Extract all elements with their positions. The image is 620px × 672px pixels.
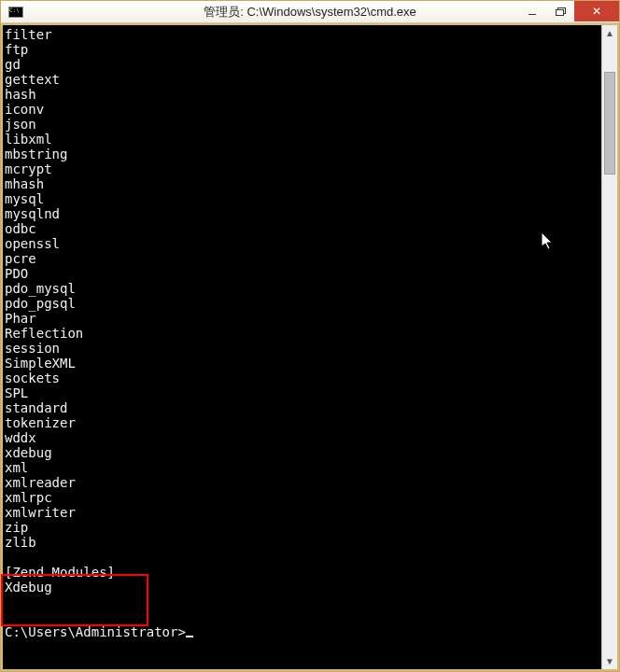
minimize-button[interactable] (518, 1, 546, 21)
text-cursor (186, 636, 193, 637)
app-icon (8, 7, 23, 18)
scroll-thumb[interactable] (604, 72, 615, 175)
scroll-down-arrow[interactable]: ▼ (602, 653, 617, 669)
close-button[interactable] (574, 1, 619, 21)
window-controls (518, 1, 619, 21)
svg-rect-1 (556, 9, 563, 15)
prompt[interactable]: C:\Users\Administrator> (5, 624, 186, 639)
scroll-up-arrow[interactable]: ▲ (602, 25, 617, 41)
console-container: filter ftp gd gettext hash iconv json li… (1, 23, 619, 671)
vertical-scrollbar[interactable]: ▲ ▼ (601, 25, 617, 669)
window-title: 管理员: C:\Windows\system32\cmd.exe (204, 4, 416, 21)
cmd-window: 管理员: C:\Windows\system32\cmd.exe filter … (0, 0, 620, 672)
title-bar[interactable]: 管理员: C:\Windows\system32\cmd.exe (1, 1, 619, 23)
console-output[interactable]: filter ftp gd gettext hash iconv json li… (3, 25, 617, 669)
maximize-button[interactable] (546, 1, 574, 21)
